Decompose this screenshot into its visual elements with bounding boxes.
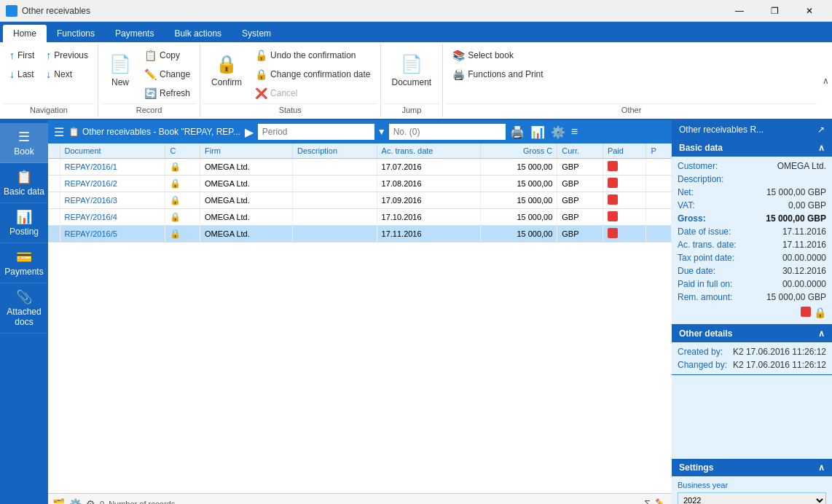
tab-payments[interactable]: Payments [105, 25, 164, 42]
sidebar-item-payments[interactable]: 💳 Payments [0, 243, 48, 283]
col-header-paid[interactable]: Paid [603, 143, 646, 159]
cell-ac-trans-date: 17.09.2016 [377, 192, 481, 209]
tab-bulk-actions[interactable]: Bulk actions [164, 25, 232, 42]
ribbon-collapse-button[interactable]: ∧ [820, 44, 832, 117]
filter-settings-icon[interactable]: ⚙ [86, 498, 95, 505]
filter-icon[interactable]: ⚙️ [69, 498, 82, 505]
other-group: 📚 Select book 🖨️ Functions and Print [447, 47, 548, 83]
other-label: Other [446, 103, 817, 116]
col-header-s[interactable] [48, 143, 60, 159]
refresh-button[interactable]: 🔄 Refresh [139, 84, 195, 102]
basic-data-collapse-icon: ∧ [818, 143, 825, 153]
description-label: Description: [678, 174, 723, 184]
business-year-select[interactable]: 2022 [678, 492, 826, 504]
no-input[interactable] [389, 124, 506, 140]
other-details-section-header[interactable]: Other details ∧ [672, 325, 832, 342]
print-button[interactable]: 🖨️ [509, 124, 526, 141]
last-button[interactable]: ↓ Last [4, 66, 39, 83]
confirm-icon: 🔒 [216, 54, 238, 74]
title-bar-text: Other receivables [22, 6, 723, 16]
cell-gross-c: 15 000,00 [481, 176, 557, 192]
previous-button[interactable]: ↑ Previous [41, 47, 93, 64]
minimize-button[interactable]: — [723, 0, 756, 22]
columns-icon[interactable]: 🗂️ [52, 498, 65, 505]
basic-data-section-header[interactable]: Basic data ∧ [672, 139, 832, 157]
settings-button[interactable]: ⚙️ [549, 124, 567, 141]
sidebar-item-posting[interactable]: 📊 Posting [0, 203, 48, 243]
paid-icon [608, 211, 618, 221]
app-icon [6, 5, 17, 17]
changedate-icon: 🔒 [255, 68, 267, 80]
col-header-description[interactable]: Description [293, 143, 377, 159]
table-row[interactable]: REPAY/2016/5 🔒 OMEGA Ltd. 17.11.2016 15 … [48, 226, 672, 243]
col-header-ac-trans-date[interactable]: Ac. trans. date [377, 143, 481, 159]
basic-data-content: Customer: OMEGA Ltd. Description: Net: 1… [672, 157, 832, 324]
close-button[interactable]: ✕ [793, 0, 826, 22]
vat-label: VAT: [678, 200, 695, 210]
tab-system[interactable]: System [232, 25, 281, 42]
col-header-document[interactable]: Document [60, 143, 165, 159]
col-header-p[interactable]: P [646, 143, 672, 159]
ac-trans-date-label: Ac. trans. date: [678, 240, 737, 250]
lock-icon: 🔒 [170, 162, 181, 172]
right-panel-expand-icon[interactable]: ↗ [817, 125, 825, 135]
change-button[interactable]: ✏️ Change [139, 66, 195, 83]
data-table: Document C Firm Description Ac. trans. d… [48, 143, 672, 243]
select-book-button[interactable]: 📚 Select book [447, 47, 548, 64]
vat-row: VAT: 0,00 GBP [678, 199, 826, 212]
book-arrow-button[interactable]: ▶ [243, 124, 255, 141]
col-header-c[interactable]: C [165, 143, 200, 159]
tab-functions[interactable]: Functions [47, 25, 105, 42]
first-icon: ↑ [9, 50, 15, 61]
edit-icon[interactable]: ✏️ [655, 498, 667, 505]
maximize-button[interactable]: ❐ [758, 0, 791, 22]
ac-trans-date-row: Ac. trans. date: 17.11.2016 [678, 238, 826, 251]
table-row[interactable]: REPAY/2016/2 🔒 OMEGA Ltd. 17.08.2016 15 … [48, 176, 672, 192]
chart-button[interactable]: 📊 [529, 124, 546, 141]
col-header-curr[interactable]: Curr. [557, 143, 603, 159]
cell-curr: GBP [557, 226, 603, 243]
col-header-firm[interactable]: Firm [200, 143, 293, 159]
navigation-label: Navigation [3, 103, 95, 116]
change-confirmation-date-button[interactable]: 🔒 Change confirmation date [250, 66, 375, 83]
period-dropdown-icon[interactable]: ▼ [377, 127, 386, 137]
copy-button[interactable]: 📋 Copy [139, 47, 195, 64]
tab-home[interactable]: Home [3, 25, 47, 42]
table-row[interactable]: REPAY/2016/1 🔒 OMEGA Ltd. 17.07.2016 15 … [48, 159, 672, 176]
first-button[interactable]: ↑ First [4, 47, 39, 64]
tax-point-date-label: Tax point date: [678, 253, 734, 263]
tax-point-date-value: 00.00.0000 [782, 253, 826, 263]
new-button[interactable]: 📄 New [103, 47, 138, 95]
settings-section-header[interactable]: Settings ∧ [672, 459, 832, 476]
sum-icon[interactable]: Σ [644, 498, 651, 505]
document-icon: 📄 [401, 54, 423, 74]
nav-group-first-last: ↑ First ↓ Last [4, 47, 39, 83]
right-panel-spacer [672, 375, 832, 459]
document-button[interactable]: 📄 Document [385, 47, 439, 95]
copy-icon: 📋 [144, 50, 157, 61]
sidebar-item-attached-docs[interactable]: 📎 Attached docs [0, 283, 48, 334]
table-row[interactable]: REPAY/2016/3 🔒 OMEGA Ltd. 17.09.2016 15 … [48, 192, 672, 209]
book-menu-icon[interactable]: ☰ [52, 124, 66, 141]
period-input[interactable] [258, 124, 374, 140]
cell-s [48, 209, 60, 226]
menu-button[interactable]: ≡ [570, 124, 579, 140]
other-details-collapse-icon: ∧ [818, 328, 825, 339]
confirm-button[interactable]: 🔒 Confirm [205, 47, 248, 95]
ac-trans-date-value: 17.11.2016 [782, 240, 826, 250]
panel-section-settings: Settings ∧ Business year 2022 [672, 459, 832, 504]
sidebar-item-basic-data[interactable]: 📋 Basic data [0, 163, 48, 203]
lock-status-icon: 🔒 [814, 307, 826, 318]
table-row[interactable]: REPAY/2016/4 🔒 OMEGA Ltd. 17.10.2016 15 … [48, 209, 672, 226]
next-button[interactable]: ↓ Next [41, 66, 93, 83]
col-header-gross-c[interactable]: Gross C [481, 143, 557, 159]
changed-by-label: Changed by: [678, 360, 727, 370]
undo-confirmation-button[interactable]: 🔓 Undo the confirmation [250, 47, 375, 64]
sidebar-item-book[interactable]: ☰ Book [0, 123, 48, 163]
rem-amount-row: Rem. amount: 15 000,00 GBP [678, 291, 826, 304]
copy-change-refresh-group: 📋 Copy ✏️ Change 🔄 Refresh [139, 47, 195, 102]
rem-amount-value: 15 000,00 GBP [766, 292, 826, 302]
cell-document: REPAY/2016/2 [60, 176, 165, 192]
cell-description [293, 226, 377, 243]
functions-print-button[interactable]: 🖨️ Functions and Print [447, 66, 548, 83]
